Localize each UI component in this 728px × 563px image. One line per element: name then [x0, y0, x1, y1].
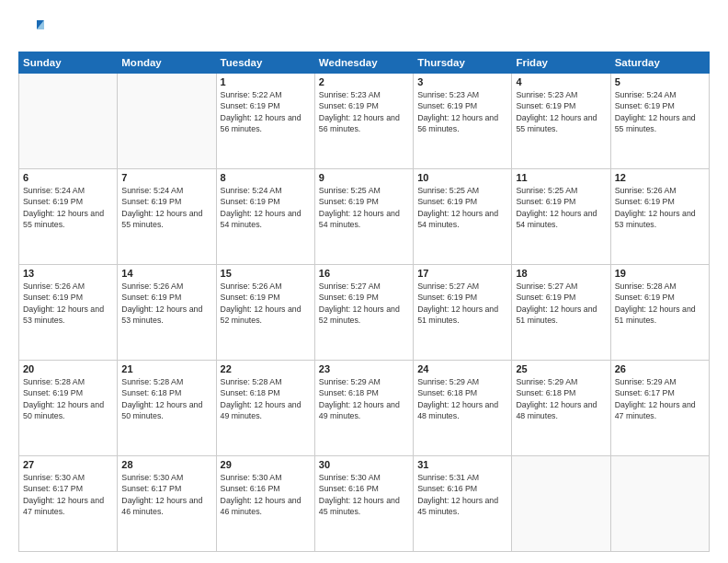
day-info: Sunrise: 5:24 AM Sunset: 6:19 PM Dayligh…	[23, 185, 113, 230]
calendar: SundayMondayTuesdayWednesdayThursdayFrid…	[18, 52, 710, 552]
day-number: 4	[516, 76, 606, 87]
day-info: Sunrise: 5:28 AM Sunset: 6:19 PM Dayligh…	[23, 376, 113, 421]
calendar-cell	[512, 456, 610, 552]
calendar-cell: 18Sunrise: 5:27 AM Sunset: 6:19 PM Dayli…	[512, 265, 610, 361]
calendar-header-wednesday: Wednesday	[314, 52, 413, 74]
calendar-cell: 25Sunrise: 5:29 AM Sunset: 6:18 PM Dayli…	[512, 361, 610, 456]
calendar-cell: 27Sunrise: 5:30 AM Sunset: 6:17 PM Dayli…	[19, 456, 118, 552]
calendar-cell	[118, 74, 216, 169]
day-number: 8	[221, 172, 311, 183]
calendar-cell: 12Sunrise: 5:26 AM Sunset: 6:19 PM Dayli…	[610, 169, 709, 265]
calendar-cell: 31Sunrise: 5:31 AM Sunset: 6:16 PM Dayli…	[414, 456, 512, 552]
day-info: Sunrise: 5:24 AM Sunset: 6:19 PM Dayligh…	[121, 185, 211, 230]
day-number: 9	[319, 172, 409, 183]
day-info: Sunrise: 5:25 AM Sunset: 6:19 PM Dayligh…	[319, 185, 409, 230]
calendar-header-saturday: Saturday	[610, 52, 709, 74]
calendar-cell: 21Sunrise: 5:28 AM Sunset: 6:18 PM Dayli…	[118, 361, 216, 456]
day-info: Sunrise: 5:29 AM Sunset: 6:18 PM Dayligh…	[417, 376, 507, 421]
calendar-cell: 14Sunrise: 5:26 AM Sunset: 6:19 PM Dayli…	[118, 265, 216, 361]
day-info: Sunrise: 5:26 AM Sunset: 6:19 PM Dayligh…	[23, 281, 113, 326]
day-number: 7	[121, 172, 211, 183]
calendar-cell: 11Sunrise: 5:25 AM Sunset: 6:19 PM Dayli…	[512, 169, 610, 265]
calendar-cell: 10Sunrise: 5:25 AM Sunset: 6:19 PM Dayli…	[414, 169, 512, 265]
calendar-cell: 9Sunrise: 5:25 AM Sunset: 6:19 PM Daylig…	[314, 169, 413, 265]
day-number: 24	[417, 363, 507, 374]
day-info: Sunrise: 5:22 AM Sunset: 6:19 PM Dayligh…	[221, 89, 311, 134]
calendar-cell: 17Sunrise: 5:27 AM Sunset: 6:19 PM Dayli…	[414, 265, 512, 361]
day-number: 28	[121, 459, 211, 470]
day-number: 5	[615, 76, 705, 87]
day-info: Sunrise: 5:25 AM Sunset: 6:19 PM Dayligh…	[417, 185, 507, 230]
calendar-cell: 1Sunrise: 5:22 AM Sunset: 6:19 PM Daylig…	[216, 74, 314, 169]
day-info: Sunrise: 5:30 AM Sunset: 6:17 PM Dayligh…	[121, 472, 211, 517]
day-number: 20	[23, 363, 113, 374]
day-number: 29	[221, 459, 311, 470]
day-number: 18	[516, 268, 606, 279]
day-number: 31	[417, 459, 507, 470]
calendar-cell: 20Sunrise: 5:28 AM Sunset: 6:19 PM Dayli…	[19, 361, 118, 456]
calendar-week-row: 13Sunrise: 5:26 AM Sunset: 6:19 PM Dayli…	[19, 265, 710, 361]
day-number: 15	[221, 268, 311, 279]
calendar-header-sunday: Sunday	[19, 52, 118, 74]
day-info: Sunrise: 5:27 AM Sunset: 6:19 PM Dayligh…	[319, 281, 409, 326]
day-number: 19	[615, 268, 705, 279]
calendar-cell	[610, 456, 709, 552]
calendar-week-row: 1Sunrise: 5:22 AM Sunset: 6:19 PM Daylig…	[19, 74, 710, 169]
day-info: Sunrise: 5:29 AM Sunset: 6:17 PM Dayligh…	[615, 376, 705, 421]
calendar-header-monday: Monday	[118, 52, 216, 74]
day-info: Sunrise: 5:30 AM Sunset: 6:17 PM Dayligh…	[23, 472, 113, 517]
calendar-cell: 16Sunrise: 5:27 AM Sunset: 6:19 PM Dayli…	[314, 265, 413, 361]
calendar-header-thursday: Thursday	[414, 52, 512, 74]
day-number: 30	[319, 459, 409, 470]
day-number: 26	[615, 363, 705, 374]
day-number: 10	[417, 172, 507, 183]
calendar-cell: 24Sunrise: 5:29 AM Sunset: 6:18 PM Dayli…	[414, 361, 512, 456]
day-info: Sunrise: 5:23 AM Sunset: 6:19 PM Dayligh…	[417, 89, 507, 134]
day-number: 16	[319, 268, 409, 279]
day-info: Sunrise: 5:27 AM Sunset: 6:19 PM Dayligh…	[516, 281, 606, 326]
calendar-cell: 3Sunrise: 5:23 AM Sunset: 6:19 PM Daylig…	[414, 74, 512, 169]
day-info: Sunrise: 5:23 AM Sunset: 6:19 PM Dayligh…	[516, 89, 606, 134]
calendar-cell	[19, 74, 118, 169]
calendar-week-row: 6Sunrise: 5:24 AM Sunset: 6:19 PM Daylig…	[19, 169, 710, 265]
day-number: 2	[319, 76, 409, 87]
calendar-cell: 8Sunrise: 5:24 AM Sunset: 6:19 PM Daylig…	[216, 169, 314, 265]
day-info: Sunrise: 5:23 AM Sunset: 6:19 PM Dayligh…	[319, 89, 409, 134]
day-info: Sunrise: 5:29 AM Sunset: 6:18 PM Dayligh…	[516, 376, 606, 421]
calendar-cell: 4Sunrise: 5:23 AM Sunset: 6:19 PM Daylig…	[512, 74, 610, 169]
logo	[18, 17, 48, 42]
calendar-header-row: SundayMondayTuesdayWednesdayThursdayFrid…	[19, 52, 710, 74]
day-info: Sunrise: 5:24 AM Sunset: 6:19 PM Dayligh…	[221, 185, 311, 230]
day-number: 14	[121, 268, 211, 279]
day-info: Sunrise: 5:29 AM Sunset: 6:18 PM Dayligh…	[319, 376, 409, 421]
calendar-cell: 28Sunrise: 5:30 AM Sunset: 6:17 PM Dayli…	[118, 456, 216, 552]
day-number: 25	[516, 363, 606, 374]
calendar-cell: 2Sunrise: 5:23 AM Sunset: 6:19 PM Daylig…	[314, 74, 413, 169]
day-number: 6	[23, 172, 113, 183]
page: SundayMondayTuesdayWednesdayThursdayFrid…	[0, 0, 728, 563]
day-info: Sunrise: 5:26 AM Sunset: 6:19 PM Dayligh…	[221, 281, 311, 326]
day-info: Sunrise: 5:30 AM Sunset: 6:16 PM Dayligh…	[319, 472, 409, 517]
day-info: Sunrise: 5:28 AM Sunset: 6:18 PM Dayligh…	[121, 376, 211, 421]
calendar-week-row: 27Sunrise: 5:30 AM Sunset: 6:17 PM Dayli…	[19, 456, 710, 552]
header	[18, 17, 710, 42]
calendar-cell: 5Sunrise: 5:24 AM Sunset: 6:19 PM Daylig…	[610, 74, 709, 169]
day-info: Sunrise: 5:28 AM Sunset: 6:19 PM Dayligh…	[615, 281, 705, 326]
day-number: 12	[615, 172, 705, 183]
day-info: Sunrise: 5:28 AM Sunset: 6:18 PM Dayligh…	[221, 376, 311, 421]
day-number: 27	[23, 459, 113, 470]
day-number: 17	[417, 268, 507, 279]
day-info: Sunrise: 5:26 AM Sunset: 6:19 PM Dayligh…	[615, 185, 705, 230]
day-number: 1	[221, 76, 311, 87]
day-info: Sunrise: 5:27 AM Sunset: 6:19 PM Dayligh…	[417, 281, 507, 326]
calendar-cell: 13Sunrise: 5:26 AM Sunset: 6:19 PM Dayli…	[19, 265, 118, 361]
day-number: 3	[417, 76, 507, 87]
day-number: 13	[23, 268, 113, 279]
day-info: Sunrise: 5:25 AM Sunset: 6:19 PM Dayligh…	[516, 185, 606, 230]
calendar-cell: 19Sunrise: 5:28 AM Sunset: 6:19 PM Dayli…	[610, 265, 709, 361]
calendar-header-tuesday: Tuesday	[216, 52, 314, 74]
day-info: Sunrise: 5:26 AM Sunset: 6:19 PM Dayligh…	[121, 281, 211, 326]
calendar-cell: 22Sunrise: 5:28 AM Sunset: 6:18 PM Dayli…	[216, 361, 314, 456]
calendar-cell: 30Sunrise: 5:30 AM Sunset: 6:16 PM Dayli…	[314, 456, 413, 552]
day-number: 23	[319, 363, 409, 374]
